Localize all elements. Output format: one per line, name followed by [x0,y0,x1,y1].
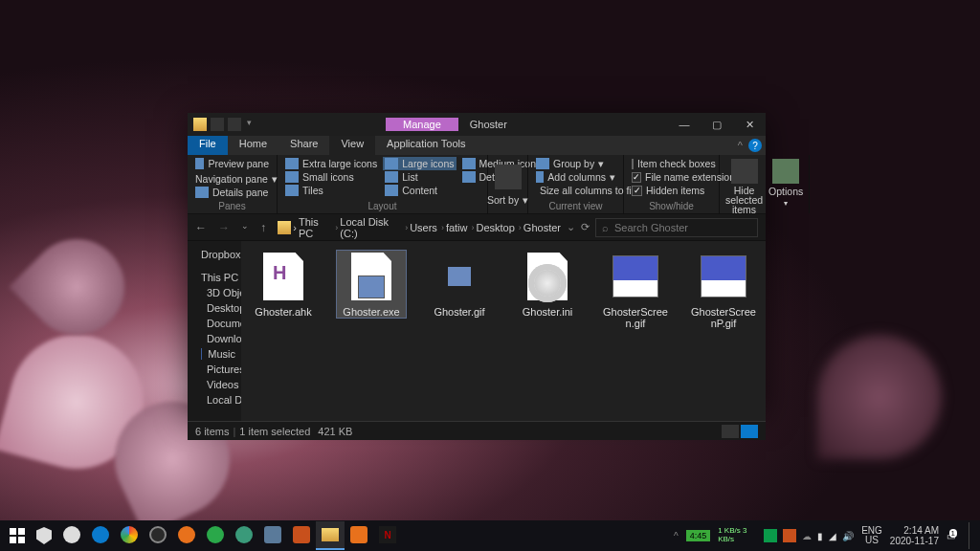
tab-share[interactable]: Share [278,136,329,155]
status-item-count: 6 items [195,426,229,437]
tray-badge[interactable]: 4:45 [686,530,711,541]
file-item[interactable]: GhosterScreen.gif [601,251,670,329]
nav-back-button[interactable]: ← [195,221,207,234]
minimize-button[interactable]: — [668,113,701,136]
sidebar-item[interactable]: Local Disk (C:)⌄ [188,392,241,408]
qat-icon[interactable] [228,118,241,131]
group-by-button[interactable]: Group by ▾ [534,157,617,170]
breadcrumb[interactable]: › This PC› Local Disk (C:)› Users› fatiw… [272,216,561,239]
crumb[interactable]: This PC› [299,216,338,239]
layout-small-icons[interactable]: Small icons [283,170,379,184]
taskbar-app[interactable] [345,521,373,550]
gif-thumbnail-icon [612,255,658,298]
view-icons-button[interactable] [741,425,758,438]
sidebar-item[interactable]: Videos [188,377,241,392]
sidebar-item[interactable]: 3D Objects [188,285,241,300]
tab-view[interactable]: View [329,136,375,155]
sidebar-item[interactable]: Downloads [188,331,241,346]
tray-network-graph[interactable]: 1 KB/s 3 KB/s [718,526,756,545]
file-view[interactable]: Ghoster.ahk Ghoster.exe Ghoster.gif Ghos… [241,241,766,421]
file-item[interactable]: Ghoster.ini [513,251,582,318]
file-item[interactable]: GhosterScreenP.gif [689,251,758,329]
help-icon[interactable]: ? [748,139,762,152]
layout-xl-icons[interactable]: Extra large icons [283,157,379,170]
start-button[interactable] [5,523,30,548]
search-icon: ⌕ [602,222,609,233]
add-columns-button[interactable]: Add columns ▾ [534,170,617,184]
manage-tab[interactable]: Manage [386,118,458,131]
size-columns-button[interactable]: Size all columns to fit [534,184,617,197]
collapse-ribbon-icon[interactable]: ^ [738,140,743,151]
nav-up-button[interactable]: ↑ [260,221,266,234]
show-desktop-button[interactable] [969,522,974,549]
taskbar-app[interactable] [115,521,144,550]
preview-pane-button[interactable]: Preview pane [193,157,271,170]
layout-large-icons[interactable]: Large icons [383,157,456,170]
taskbar-app[interactable] [287,521,316,550]
details-pane-button[interactable]: Details pane [193,186,271,199]
sort-icon [495,165,522,189]
shield-icon[interactable] [32,523,56,548]
tray-clock[interactable]: 2:14 AM 2020-11-17 [890,525,939,546]
crumb[interactable]: Local Disk (C:)› [340,216,408,239]
crumb[interactable]: Desktop› [477,222,522,233]
options-button[interactable]: Options▾ [768,159,803,208]
nav-forward-button[interactable]: → [218,221,230,234]
taskbar-app[interactable] [172,521,201,550]
tray-battery-icon[interactable]: ▮ [817,531,823,541]
tray-wifi-icon[interactable]: ◢ [829,531,836,541]
tray-keyboard[interactable]: US [861,536,882,545]
tray-icon[interactable] [764,529,777,542]
tray-volume-icon[interactable]: 🔊 [842,531,854,541]
tray-notifications-icon[interactable]: ▭1 [947,531,955,541]
taskbar-app[interactable] [57,521,86,550]
file-explorer-window: ▾ Manage Ghoster — ▢ ✕ File Home Share V… [188,113,766,411]
crumb[interactable]: Users› [410,222,444,233]
taskbar-app[interactable] [258,521,287,550]
refresh-button[interactable]: ⟳ [581,221,590,233]
sidebar-item[interactable]: Music [188,346,241,362]
file-extensions-toggle[interactable]: ✓File name extensions [630,170,713,184]
layout-tiles[interactable]: Tiles [283,184,379,197]
tab-home[interactable]: Home [228,136,278,155]
taskbar-app[interactable] [201,521,230,550]
tab-file[interactable]: File [188,136,228,155]
layout-list[interactable]: List [383,170,456,184]
file-item-selected[interactable]: Ghoster.exe [337,251,406,318]
taskbar-app[interactable] [86,521,115,550]
item-check-boxes-toggle[interactable]: Item check boxes [630,157,713,170]
hide-selected-button[interactable]: Hide selected items [725,159,763,214]
tray-icon[interactable] [783,529,796,542]
search-input[interactable]: ⌕ Search Ghoster [595,218,758,237]
sidebar-item-this-pc[interactable]: This PC [188,270,241,285]
svg-rect-3 [18,537,25,543]
crumb[interactable]: fatiw› [446,222,475,233]
taskbar-app[interactable] [230,521,258,550]
crumb[interactable]: Ghoster [523,222,561,233]
close-button[interactable]: ✕ [733,113,766,136]
maximize-button[interactable]: ▢ [701,113,733,136]
tray-up-icon[interactable]: ^ [674,531,679,541]
sort-by-button[interactable]: Sort by ▾ [485,193,530,207]
svg-rect-0 [10,528,16,535]
tab-app-tools[interactable]: Application Tools [375,136,477,155]
taskbar-app[interactable] [144,521,172,550]
taskbar-app-explorer[interactable] [316,521,345,550]
address-dropdown-icon[interactable]: ⌄ [567,221,575,233]
qat-icon[interactable] [211,118,224,131]
file-item[interactable]: Ghoster.ahk [249,251,318,318]
ribbon-group-label: Current view [534,200,617,211]
sidebar-item[interactable]: Pictures [188,362,241,377]
titlebar[interactable]: ▾ Manage Ghoster — ▢ ✕ [188,113,766,136]
tray-cloud-icon[interactable]: ☁ [802,531,812,541]
navigation-pane-button[interactable]: Navigation pane ▾ [193,172,271,186]
nav-history-button[interactable]: ⌄ [241,221,249,234]
sidebar-item-dropbox[interactable]: Dropbox [188,247,241,262]
sidebar-item[interactable]: Desktop [188,300,241,316]
sidebar-item[interactable]: Documents [188,316,241,331]
file-item[interactable]: Ghoster.gif [425,251,494,318]
taskbar-app[interactable]: N [373,521,402,550]
hidden-items-toggle[interactable]: ✓Hidden items [630,184,713,197]
view-details-button[interactable] [722,425,739,438]
layout-content[interactable]: Content [383,184,456,197]
